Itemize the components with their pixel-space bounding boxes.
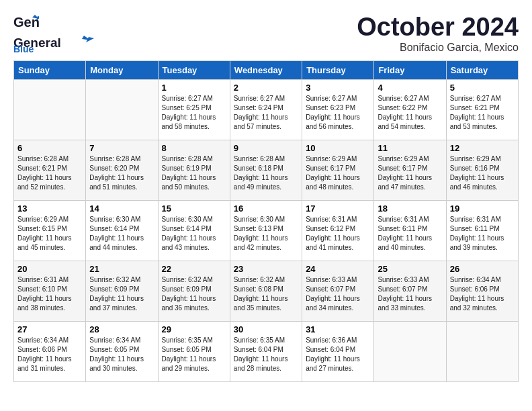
day-number: 2 — [234, 83, 298, 93]
day-info: Sunrise: 6:29 AM Sunset: 6:17 PM Dayligh… — [306, 154, 370, 192]
day-cell — [86, 79, 158, 140]
day-info: Sunrise: 6:27 AM Sunset: 6:21 PM Dayligh… — [450, 94, 515, 132]
day-number: 16 — [234, 203, 298, 214]
week-row-4: 20Sunrise: 6:31 AM Sunset: 6:10 PM Dayli… — [14, 261, 519, 321]
day-info: Sunrise: 6:32 AM Sunset: 6:09 PM Dayligh… — [89, 275, 154, 313]
day-number: 17 — [306, 203, 370, 214]
day-cell — [374, 321, 446, 381]
day-info: Sunrise: 6:29 AM Sunset: 6:16 PM Dayligh… — [450, 154, 515, 192]
day-number: 24 — [306, 264, 370, 274]
day-info: Sunrise: 6:31 AM Sunset: 6:11 PM Dayligh… — [378, 215, 442, 253]
day-number: 12 — [450, 143, 515, 153]
day-number: 19 — [450, 203, 515, 214]
weekday-header-friday: Friday — [374, 60, 446, 79]
logo-full: General Blue — [13, 34, 94, 52]
day-info: Sunrise: 6:28 AM Sunset: 6:21 PM Dayligh… — [17, 154, 82, 192]
day-cell: 15Sunrise: 6:30 AM Sunset: 6:14 PM Dayli… — [158, 200, 230, 261]
day-info: Sunrise: 6:28 AM Sunset: 6:18 PM Dayligh… — [234, 154, 298, 192]
day-cell: 19Sunrise: 6:31 AM Sunset: 6:11 PM Dayli… — [446, 200, 518, 261]
week-row-1: 1Sunrise: 6:27 AM Sunset: 6:25 PM Daylig… — [14, 79, 519, 140]
day-cell: 6Sunrise: 6:28 AM Sunset: 6:21 PM Daylig… — [14, 140, 86, 200]
day-number: 18 — [378, 203, 442, 214]
day-number: 20 — [17, 264, 82, 274]
day-info: Sunrise: 6:28 AM Sunset: 6:19 PM Dayligh… — [162, 154, 226, 192]
location-subtitle: Bonifacio Garcia, Mexico — [357, 42, 519, 54]
day-cell: 14Sunrise: 6:30 AM Sunset: 6:14 PM Dayli… — [86, 200, 158, 261]
day-info: Sunrise: 6:34 AM Sunset: 6:06 PM Dayligh… — [450, 275, 515, 313]
day-cell: 21Sunrise: 6:32 AM Sunset: 6:09 PM Dayli… — [86, 261, 158, 321]
day-info: Sunrise: 6:36 AM Sunset: 6:04 PM Dayligh… — [306, 336, 370, 373]
day-cell: 31Sunrise: 6:36 AM Sunset: 6:04 PM Dayli… — [302, 321, 374, 381]
day-cell: 17Sunrise: 6:31 AM Sunset: 6:12 PM Dayli… — [302, 200, 374, 261]
weekday-header-sunday: Sunday — [14, 60, 86, 79]
day-info: Sunrise: 6:27 AM Sunset: 6:25 PM Dayligh… — [162, 94, 226, 132]
day-number: 4 — [378, 83, 442, 93]
day-cell: 9Sunrise: 6:28 AM Sunset: 6:18 PM Daylig… — [230, 140, 302, 200]
day-cell: 24Sunrise: 6:33 AM Sunset: 6:07 PM Dayli… — [302, 261, 374, 321]
day-cell: 13Sunrise: 6:29 AM Sunset: 6:15 PM Dayli… — [14, 200, 86, 261]
day-number: 31 — [306, 324, 370, 334]
svg-text:Blue: Blue — [13, 44, 34, 52]
day-cell: 30Sunrise: 6:35 AM Sunset: 6:04 PM Dayli… — [230, 321, 302, 381]
day-info: Sunrise: 6:27 AM Sunset: 6:22 PM Dayligh… — [378, 94, 442, 132]
day-cell: 7Sunrise: 6:28 AM Sunset: 6:20 PM Daylig… — [86, 140, 158, 200]
day-cell: 18Sunrise: 6:31 AM Sunset: 6:11 PM Dayli… — [374, 200, 446, 261]
weekday-header-tuesday: Tuesday — [158, 60, 230, 79]
day-cell: 2Sunrise: 6:27 AM Sunset: 6:24 PM Daylig… — [230, 79, 302, 140]
day-number: 28 — [89, 324, 154, 334]
day-cell: 8Sunrise: 6:28 AM Sunset: 6:19 PM Daylig… — [158, 140, 230, 200]
logo-icon: General — [13, 13, 39, 34]
day-cell: 27Sunrise: 6:34 AM Sunset: 6:06 PM Dayli… — [14, 321, 86, 381]
day-info: Sunrise: 6:27 AM Sunset: 6:24 PM Dayligh… — [234, 94, 298, 132]
day-info: Sunrise: 6:32 AM Sunset: 6:08 PM Dayligh… — [234, 275, 298, 313]
month-title: October 2024 — [357, 13, 519, 42]
week-row-5: 27Sunrise: 6:34 AM Sunset: 6:06 PM Dayli… — [14, 321, 519, 381]
day-number: 26 — [450, 264, 515, 274]
day-cell: 10Sunrise: 6:29 AM Sunset: 6:17 PM Dayli… — [302, 140, 374, 200]
day-number: 1 — [162, 83, 226, 93]
day-info: Sunrise: 6:31 AM Sunset: 6:10 PM Dayligh… — [17, 275, 82, 313]
day-info: Sunrise: 6:29 AM Sunset: 6:17 PM Dayligh… — [378, 154, 442, 192]
day-info: Sunrise: 6:31 AM Sunset: 6:11 PM Dayligh… — [450, 215, 515, 253]
day-number: 6 — [17, 143, 82, 153]
day-number: 15 — [162, 203, 226, 214]
day-number: 3 — [306, 83, 370, 93]
day-cell: 23Sunrise: 6:32 AM Sunset: 6:08 PM Dayli… — [230, 261, 302, 321]
day-cell: 1Sunrise: 6:27 AM Sunset: 6:25 PM Daylig… — [158, 79, 230, 140]
day-cell: 4Sunrise: 6:27 AM Sunset: 6:22 PM Daylig… — [374, 79, 446, 140]
day-info: Sunrise: 6:32 AM Sunset: 6:09 PM Dayligh… — [162, 275, 226, 313]
day-number: 27 — [17, 324, 82, 334]
day-number: 9 — [234, 143, 298, 153]
day-number: 22 — [162, 264, 226, 274]
day-cell: 16Sunrise: 6:30 AM Sunset: 6:13 PM Dayli… — [230, 200, 302, 261]
title-block: October 2024 Bonifacio Garcia, Mexico — [357, 13, 519, 54]
day-cell: 28Sunrise: 6:34 AM Sunset: 6:05 PM Dayli… — [86, 321, 158, 381]
day-info: Sunrise: 6:33 AM Sunset: 6:07 PM Dayligh… — [306, 275, 370, 313]
day-info: Sunrise: 6:33 AM Sunset: 6:07 PM Dayligh… — [378, 275, 442, 313]
logo: General General Blue — [13, 13, 94, 52]
day-number: 5 — [450, 83, 515, 93]
day-cell: 11Sunrise: 6:29 AM Sunset: 6:17 PM Dayli… — [374, 140, 446, 200]
day-info: Sunrise: 6:35 AM Sunset: 6:04 PM Dayligh… — [234, 336, 298, 373]
day-cell: 20Sunrise: 6:31 AM Sunset: 6:10 PM Dayli… — [14, 261, 86, 321]
day-cell: 29Sunrise: 6:35 AM Sunset: 6:05 PM Dayli… — [158, 321, 230, 381]
day-info: Sunrise: 6:30 AM Sunset: 6:14 PM Dayligh… — [162, 215, 226, 253]
day-info: Sunrise: 6:28 AM Sunset: 6:20 PM Dayligh… — [89, 154, 154, 192]
day-info: Sunrise: 6:27 AM Sunset: 6:23 PM Dayligh… — [306, 94, 370, 132]
weekday-header-monday: Monday — [86, 60, 158, 79]
calendar-table: SundayMondayTuesdayWednesdayThursdayFrid… — [13, 60, 519, 382]
day-number: 25 — [378, 264, 442, 274]
day-number: 30 — [234, 324, 298, 334]
day-cell: 5Sunrise: 6:27 AM Sunset: 6:21 PM Daylig… — [446, 79, 518, 140]
day-cell: 26Sunrise: 6:34 AM Sunset: 6:06 PM Dayli… — [446, 261, 518, 321]
day-info: Sunrise: 6:34 AM Sunset: 6:06 PM Dayligh… — [17, 336, 82, 373]
day-info: Sunrise: 6:29 AM Sunset: 6:15 PM Dayligh… — [17, 215, 82, 253]
day-info: Sunrise: 6:30 AM Sunset: 6:14 PM Dayligh… — [89, 215, 154, 253]
header-row: SundayMondayTuesdayWednesdayThursdayFrid… — [14, 60, 519, 79]
day-cell: 22Sunrise: 6:32 AM Sunset: 6:09 PM Dayli… — [158, 261, 230, 321]
page-header: General General Blue October 2024 Bonifa… — [13, 13, 519, 54]
day-number: 7 — [89, 143, 154, 153]
day-number: 13 — [17, 203, 82, 214]
day-cell: 3Sunrise: 6:27 AM Sunset: 6:23 PM Daylig… — [302, 79, 374, 140]
day-cell — [14, 79, 86, 140]
